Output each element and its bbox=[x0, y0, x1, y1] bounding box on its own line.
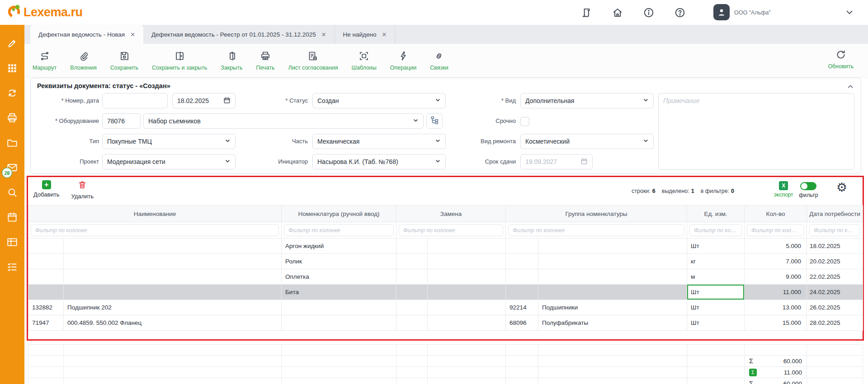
grid-cell[interactable]: 5.000 bbox=[745, 239, 807, 254]
grid-cell[interactable] bbox=[538, 285, 687, 300]
grid-cell[interactable]: 9.000 bbox=[745, 269, 807, 285]
grid-cell[interactable]: 15.000 bbox=[745, 315, 807, 331]
grid-cell[interactable]: Шт bbox=[687, 239, 745, 254]
equipment-code-input[interactable]: 78076 bbox=[102, 113, 141, 129]
column-header-qty[interactable]: Кол-во bbox=[745, 206, 807, 222]
collapse-chevron-icon[interactable] bbox=[846, 83, 854, 91]
grid-cell[interactable]: 92214 bbox=[506, 300, 538, 315]
save-close-button[interactable]: Сохранить и закрыть bbox=[152, 51, 207, 71]
grid-cell[interactable] bbox=[396, 254, 428, 269]
sidebar-table-icon[interactable] bbox=[6, 236, 18, 248]
column-header-nomenclature[interactable]: Номенклатура (ручной ввод) bbox=[282, 206, 396, 222]
grid-cell[interactable] bbox=[506, 254, 538, 269]
tab-close-icon[interactable]: ✕ bbox=[382, 31, 387, 38]
grid-cell[interactable]: Полуфабрикаты bbox=[538, 315, 687, 331]
note-textarea[interactable] bbox=[658, 93, 854, 170]
grid-cell[interactable] bbox=[28, 254, 64, 269]
column-header-unit[interactable]: Ед. изм. bbox=[687, 206, 745, 222]
home-icon[interactable] bbox=[612, 7, 623, 19]
grid-cell[interactable] bbox=[396, 269, 428, 285]
sidebar-edit-icon[interactable] bbox=[6, 37, 18, 49]
grid-cell[interactable] bbox=[428, 269, 506, 285]
grid-cell[interactable]: 7.000 bbox=[745, 254, 807, 269]
grid-cell[interactable] bbox=[538, 239, 687, 254]
user-avatar[interactable] bbox=[713, 4, 730, 20]
sidebar-sync-icon[interactable] bbox=[6, 87, 18, 99]
grid-cell[interactable] bbox=[538, 269, 687, 285]
export-excel-button[interactable]: X экспорт bbox=[774, 181, 793, 198]
column-header-replacement[interactable]: Замена bbox=[396, 206, 506, 222]
tab-close-icon[interactable]: ✕ bbox=[130, 31, 135, 38]
sidebar-search-icon[interactable] bbox=[6, 187, 18, 198]
attachments-button[interactable]: Вложения bbox=[70, 51, 97, 71]
grid-cell[interactable]: Бита bbox=[282, 285, 396, 300]
delete-row-button[interactable]: Удалить bbox=[71, 180, 94, 200]
grid-cell[interactable]: 28.02.2025 bbox=[807, 315, 863, 331]
tab-defect-register[interactable]: Дефектная ведомость - Реестр от 01.01.20… bbox=[143, 25, 335, 44]
filter-input-group[interactable] bbox=[508, 224, 684, 236]
filter-input-date[interactable] bbox=[809, 224, 860, 236]
grid-cell[interactable]: 132882 bbox=[28, 300, 64, 315]
grid-cell[interactable]: 18.02.2025 bbox=[807, 239, 863, 254]
sidebar-calendar-icon[interactable] bbox=[6, 211, 18, 223]
grid-cell[interactable] bbox=[396, 300, 428, 315]
close-button[interactable]: Закрыть bbox=[221, 51, 242, 71]
grid-cell[interactable]: 68096 bbox=[506, 315, 538, 331]
grid-cell[interactable] bbox=[506, 269, 538, 285]
sidebar-checklist-icon[interactable] bbox=[6, 261, 18, 273]
column-header-group[interactable]: Группа номенклатуры bbox=[506, 206, 687, 222]
grid-cell[interactable]: 71947 bbox=[28, 315, 64, 331]
doc-date-input[interactable]: 18.02.2025 bbox=[172, 93, 236, 108]
approval-sheet-button[interactable]: Лист согласования bbox=[288, 51, 338, 71]
templates-button[interactable]: Шаблоны bbox=[351, 51, 376, 71]
grid-cell[interactable]: м bbox=[687, 269, 745, 285]
column-header-date[interactable]: Дата потребности bbox=[807, 206, 863, 222]
repair-kind-select[interactable]: Косметический bbox=[520, 134, 654, 149]
grid-cell[interactable] bbox=[428, 315, 506, 331]
grid-row[interactable]: 132882 Подшипник 202 92214 Подшипники Шт… bbox=[28, 300, 863, 315]
grid-cell[interactable] bbox=[64, 285, 282, 300]
equipment-select[interactable]: Набор съемников bbox=[143, 113, 424, 129]
part-select[interactable]: Механическая bbox=[312, 134, 446, 149]
grid-cell[interactable]: 22.02.2025 bbox=[807, 269, 863, 285]
grid-cell[interactable] bbox=[28, 285, 64, 300]
grid-cell[interactable] bbox=[538, 254, 687, 269]
grid-cell[interactable]: 24.02.2025 bbox=[807, 285, 863, 300]
sidebar-mail-icon[interactable]: 28 bbox=[6, 162, 18, 173]
type-select[interactable]: Покупные ТМЦ bbox=[102, 134, 236, 149]
grid-cell[interactable] bbox=[28, 239, 64, 254]
refresh-button[interactable]: Обновить bbox=[828, 49, 854, 70]
grid-row[interactable]: Аргон жидкий Шт 5.000 18.02.2025 bbox=[28, 239, 863, 254]
filter-toggle[interactable]: фильтр bbox=[799, 182, 818, 198]
grid-cell[interactable] bbox=[428, 239, 506, 254]
grid-row[interactable]: Ролик кг 7.000 20.02.2025 bbox=[28, 254, 863, 269]
tab-defect-new[interactable]: Дефектная ведомость - Новая ✕ bbox=[30, 25, 143, 44]
grid-cell[interactable]: кг bbox=[687, 254, 745, 269]
grid-cell[interactable]: Подшипник 202 bbox=[64, 300, 282, 315]
sidebar-apps-grid-icon[interactable] bbox=[6, 62, 18, 74]
doc-number-input[interactable] bbox=[102, 93, 168, 108]
grid-cell[interactable]: Аргон жидкий bbox=[282, 239, 396, 254]
grid-cell-focused[interactable]: Шт bbox=[687, 285, 745, 300]
equipment-tree-button[interactable] bbox=[426, 113, 443, 129]
tab-not-found[interactable]: Не найдено ✕ bbox=[335, 25, 396, 44]
project-select[interactable]: Модернизация сети bbox=[102, 154, 236, 169]
kind-select[interactable]: Дополнительная bbox=[520, 93, 654, 108]
grid-cell[interactable]: 26.02.2025 bbox=[807, 300, 863, 315]
grid-cell[interactable] bbox=[64, 254, 282, 269]
grid-cell[interactable] bbox=[28, 269, 64, 285]
grid-cell[interactable] bbox=[396, 285, 428, 300]
toggle-switch-icon[interactable] bbox=[800, 182, 816, 190]
logo[interactable]: Lexema.ru bbox=[6, 4, 83, 21]
due-date-input[interactable]: 19.09.2027 bbox=[520, 154, 593, 169]
grid-cell[interactable]: 11.000 bbox=[745, 285, 807, 300]
grid-cell[interactable]: 20.02.2025 bbox=[807, 254, 863, 269]
grid-cell[interactable]: Ролик bbox=[282, 254, 396, 269]
grid-cell[interactable]: 000.4859. 550.002 Фланец bbox=[64, 315, 282, 331]
filter-input-qty[interactable] bbox=[747, 224, 804, 236]
grid-cell[interactable]: Шт bbox=[687, 315, 745, 331]
filter-input-nomenclature[interactable] bbox=[284, 224, 394, 236]
journal-icon[interactable] bbox=[580, 7, 592, 19]
route-button[interactable]: Маршрут bbox=[33, 51, 57, 71]
grid-cell[interactable] bbox=[428, 285, 506, 300]
